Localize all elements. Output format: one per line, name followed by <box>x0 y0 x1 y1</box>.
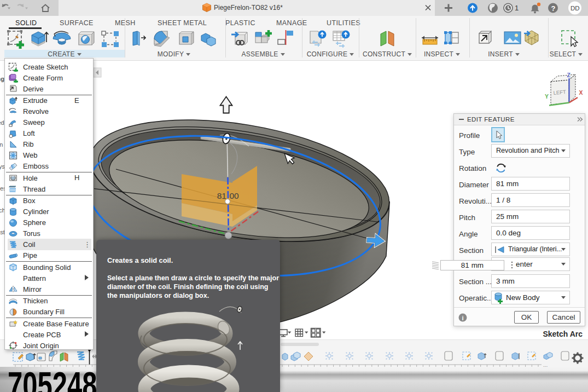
svg-text:LEFT: LEFT <box>553 89 566 96</box>
svg-text:i: i <box>462 315 464 321</box>
svg-text:DD: DD <box>570 5 580 11</box>
svg-text:?: ? <box>551 4 556 13</box>
svg-text:Z: Z <box>567 72 571 78</box>
svg-text:1: 1 <box>515 4 519 12</box>
svg-text:X: X <box>579 89 583 96</box>
svg-text:81: 81 <box>217 191 226 200</box>
svg-text:...: ... <box>543 362 548 368</box>
svg-text:Y: Y <box>545 93 549 100</box>
svg-text:00: 00 <box>230 191 240 200</box>
